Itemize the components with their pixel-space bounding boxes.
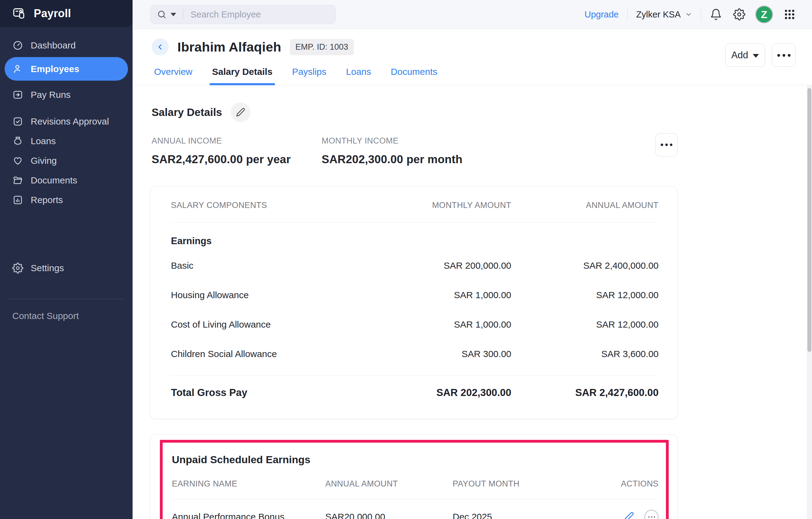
pencil-icon xyxy=(236,108,245,117)
page-title: Ibrahim Alfaqieh xyxy=(177,39,282,55)
tab-payslips[interactable]: Payslips xyxy=(292,67,326,85)
salary-more-button[interactable] xyxy=(655,133,677,156)
component-name: Cost of Living Allowance xyxy=(171,319,352,330)
contact-support-link[interactable]: Contact Support xyxy=(12,311,133,321)
scrollbar-thumb[interactable] xyxy=(807,88,811,352)
chevron-left-icon xyxy=(156,43,165,51)
sidebar-item-label: Pay Runs xyxy=(31,90,70,100)
employee-id-badge: EMP. ID: 1003 xyxy=(290,39,354,55)
payroll-logo-icon xyxy=(12,6,26,21)
app-logo: Payroll xyxy=(0,0,133,27)
gear-icon xyxy=(733,8,746,21)
monthly-amount: SAR 200,000.00 xyxy=(352,261,511,271)
table-row: Housing Allowance SAR 1,000.00 SAR 12,00… xyxy=(171,280,659,310)
unpaid-scheduled-earnings-card: Unpaid Scheduled Earnings EARNING NAME A… xyxy=(150,434,677,519)
salary-components-card: SALARY COMPONENTS MONTHLY AMOUNT ANNUAL … xyxy=(150,186,677,419)
search-scope-caret-icon[interactable] xyxy=(171,13,176,16)
settings-button[interactable] xyxy=(733,8,746,21)
sidebar-item-pay-runs[interactable]: Pay Runs xyxy=(0,86,133,104)
payout-month: Dec 2025 xyxy=(453,512,594,519)
page-header: Ibrahim Alfaqieh EMP. ID: 1003 Overview … xyxy=(133,29,812,85)
add-button[interactable]: Add xyxy=(725,43,765,67)
sidebar-item-reports[interactable]: Reports xyxy=(0,191,133,209)
chevron-down-icon xyxy=(753,54,759,58)
sidebar-item-label: Loans xyxy=(31,136,56,146)
table-row: Cost of Living Allowance SAR 1,000.00 SA… xyxy=(171,310,659,339)
monthly-income-value: SAR202,300.00 per month xyxy=(322,153,462,166)
components-table-header: SALARY COMPONENTS MONTHLY AMOUNT ANNUAL … xyxy=(171,186,659,222)
org-switcher[interactable]: Zylker KSA xyxy=(636,9,692,20)
reports-icon xyxy=(12,194,23,206)
edit-salary-button[interactable] xyxy=(231,102,251,122)
col-annual-amount: ANNUAL AMOUNT xyxy=(325,479,453,489)
sidebar-item-label: Documents xyxy=(31,175,77,186)
sidebar-item-label: Dashboard xyxy=(31,40,76,51)
upgrade-link[interactable]: Upgrade xyxy=(585,9,619,20)
sidebar-item-label: Reports xyxy=(31,195,63,205)
earnings-group-label: Earnings xyxy=(171,223,659,251)
sidebar: Payroll Dashboard Employees Pay R xyxy=(0,0,133,519)
org-name: Zylker KSA xyxy=(636,9,680,20)
topbar: Upgrade Zylker KSA xyxy=(133,0,812,29)
app-window: Payroll Dashboard Employees Pay R xyxy=(0,0,812,519)
tab-documents[interactable]: Documents xyxy=(390,67,437,85)
col-monthly-amount: MONTHLY AMOUNT xyxy=(352,201,511,210)
giving-icon xyxy=(12,155,23,166)
col-actions: ACTIONS xyxy=(594,479,659,489)
sidebar-item-giving[interactable]: Giving xyxy=(0,152,133,170)
chevron-down-icon xyxy=(685,11,692,18)
apps-grid-button[interactable] xyxy=(783,8,796,21)
col-earning-name: EARNING NAME xyxy=(172,479,325,489)
tab-overview[interactable]: Overview xyxy=(154,67,193,85)
table-row: Annual Performance Bonus SAR20,000.00 De… xyxy=(172,499,659,519)
col-salary-components: SALARY COMPONENTS xyxy=(171,201,352,210)
unpaid-table-header: EARNING NAME ANNUAL AMOUNT PAYOUT MONTH … xyxy=(172,466,659,499)
tab-bar: Overview Salary Details Payslips Loans D… xyxy=(154,67,796,85)
tab-salary-details[interactable]: Salary Details xyxy=(212,67,272,85)
bell-icon xyxy=(710,8,722,21)
sidebar-nav: Dashboard Employees Pay Runs Revisio xyxy=(0,27,133,277)
sidebar-item-revisions-approval[interactable]: Revisions Approval xyxy=(0,112,133,131)
ellipsis-icon xyxy=(777,54,780,57)
sidebar-item-dashboard[interactable]: Dashboard xyxy=(0,36,133,55)
sidebar-item-label: Settings xyxy=(31,263,64,273)
table-row: Children Social Allowance SAR 300.00 SAR… xyxy=(171,339,659,369)
salary-summary-section: Salary Details ANNUAL INCOME SAR2,427,60… xyxy=(152,102,677,166)
scrollbar-track xyxy=(807,85,812,519)
app-title: Payroll xyxy=(34,7,71,20)
sidebar-item-loans[interactable]: Loans xyxy=(0,132,133,150)
component-name: Housing Allowance xyxy=(171,290,352,300)
add-button-label: Add xyxy=(731,50,748,61)
back-button[interactable] xyxy=(152,38,169,56)
topbar-divider xyxy=(627,8,628,21)
avatar[interactable]: Z xyxy=(755,5,773,23)
employee-name-row: Ibrahim Alfaqieh EMP. ID: 1003 xyxy=(152,38,796,56)
ellipsis-icon xyxy=(648,516,650,518)
row-actions xyxy=(594,510,659,519)
table-row: Basic SAR 200,000.00 SAR 2,400,000.00 xyxy=(171,251,659,280)
tab-loans[interactable]: Loans xyxy=(346,67,371,85)
total-annual-amount: SAR 2,427,600.00 xyxy=(511,387,659,398)
dashboard-icon xyxy=(12,40,23,51)
sidebar-item-employees[interactable]: Employees xyxy=(5,57,128,81)
pay-runs-icon xyxy=(12,89,23,100)
sidebar-item-label: Giving xyxy=(31,155,57,166)
search-input[interactable] xyxy=(190,9,329,20)
earning-more-button[interactable] xyxy=(644,510,659,519)
sidebar-item-documents[interactable]: Documents xyxy=(0,171,133,189)
annual-income-label: ANNUAL INCOME xyxy=(152,136,322,146)
annual-amount: SAR 2,400,000.00 xyxy=(511,261,659,271)
more-actions-button[interactable] xyxy=(772,43,796,67)
total-monthly-amount: SAR 202,300.00 xyxy=(352,387,511,398)
monthly-income-block: MONTHLY INCOME SAR202,300.00 per month xyxy=(322,136,462,166)
notifications-button[interactable] xyxy=(710,8,722,21)
monthly-income-label: MONTHLY INCOME xyxy=(322,136,462,146)
header-actions: Add xyxy=(725,43,796,67)
edit-earning-button[interactable] xyxy=(624,512,634,519)
pencil-icon xyxy=(624,512,634,519)
search-box[interactable] xyxy=(150,5,336,24)
earning-name: Annual Performance Bonus xyxy=(172,512,325,519)
annual-amount: SAR 12,000.00 xyxy=(511,290,659,300)
component-name: Children Social Allowance xyxy=(171,349,352,359)
sidebar-item-settings[interactable]: Settings xyxy=(0,259,133,277)
